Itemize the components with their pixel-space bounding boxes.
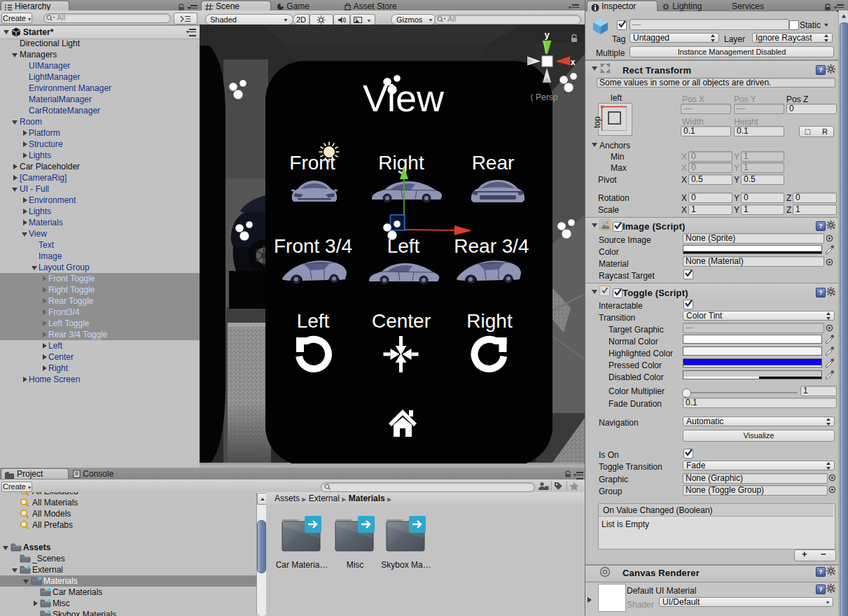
- svg-text:Center: Center: [372, 310, 431, 332]
- svg-text:Left: Left: [297, 310, 330, 332]
- svg-text:Front 3/4: Front 3/4: [274, 235, 352, 257]
- svg-text:Right: Right: [378, 152, 424, 174]
- svg-text:y: y: [544, 29, 550, 40]
- svg-text:x: x: [571, 57, 576, 67]
- svg-text:Rear: Rear: [472, 152, 515, 174]
- svg-text:View: View: [363, 77, 445, 119]
- svg-text:Rear 3/4: Rear 3/4: [454, 235, 529, 257]
- svg-text:Right: Right: [466, 310, 513, 332]
- svg-text:⟨ Persp: ⟨ Persp: [530, 92, 558, 102]
